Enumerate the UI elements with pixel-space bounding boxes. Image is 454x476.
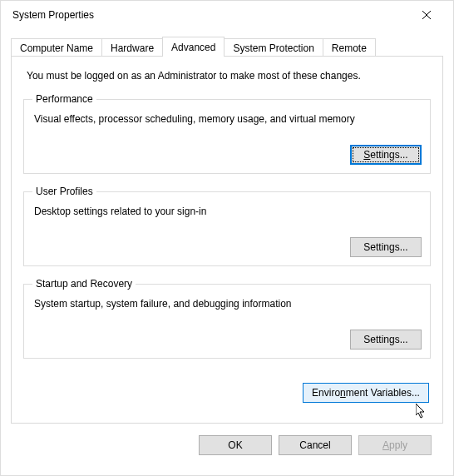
- group-user-profiles-desc: Desktop settings related to your sign-in: [34, 206, 420, 217]
- user-profiles-settings-button[interactable]: Settings...: [350, 237, 422, 257]
- group-startup-desc: System startup, system failure, and debu…: [34, 298, 420, 310]
- performance-settings-button[interactable]: Settings...: [350, 145, 422, 165]
- window-title: System Properties: [12, 9, 94, 21]
- close-button[interactable]: [410, 3, 443, 27]
- group-performance: Performance Visual effects, processor sc…: [23, 93, 431, 174]
- intro-text: You must be logged on as an Administrato…: [27, 70, 429, 82]
- tab-computer-name[interactable]: Computer Name: [11, 38, 102, 57]
- group-user-profiles-legend: User Profiles: [32, 186, 96, 197]
- group-performance-desc: Visual effects, processor scheduling, me…: [34, 113, 420, 125]
- group-startup-legend: Startup and Recovery: [32, 278, 136, 290]
- tab-strip: Computer Name Hardware Advanced System P…: [11, 36, 443, 56]
- group-startup-recovery: Startup and Recovery System startup, sys…: [23, 278, 431, 359]
- tab-system-protection[interactable]: System Protection: [224, 38, 323, 57]
- tab-page-advanced: You must be logged on as an Administrato…: [11, 56, 443, 424]
- cancel-button[interactable]: Cancel: [279, 435, 352, 455]
- title-bar: System Properties: [1, 1, 453, 29]
- apply-button: Apply: [358, 435, 432, 455]
- group-performance-legend: Performance: [32, 93, 96, 105]
- tab-remote[interactable]: Remote: [323, 38, 376, 57]
- tab-hardware[interactable]: Hardware: [101, 38, 163, 57]
- group-user-profiles: User Profiles Desktop settings related t…: [23, 186, 431, 266]
- startup-settings-button[interactable]: Settings...: [350, 330, 422, 350]
- tab-advanced[interactable]: Advanced: [162, 37, 225, 57]
- ok-button[interactable]: OK: [199, 435, 272, 455]
- dialog-button-row: OK Cancel Apply: [11, 424, 443, 455]
- dialog-body: Computer Name Hardware Advanced System P…: [1, 29, 453, 455]
- environment-variables-button[interactable]: Environment Variables...: [303, 383, 429, 403]
- close-icon: [422, 11, 431, 19]
